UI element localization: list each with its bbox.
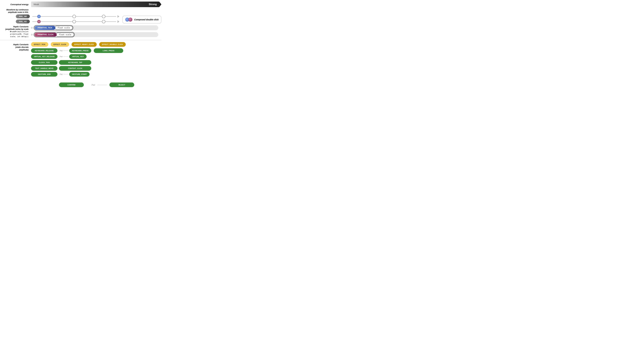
text-handle-move-button[interactable]: TEXT_HANDLE_MOVE <box>31 66 58 71</box>
bottom-content: EFFECT_TICK EFFECT_CLICK EFFECT_HEAVY_CL… <box>31 42 162 87</box>
primitive-tick-scale: float scale <box>55 26 72 30</box>
waveform-label: Waveform by continuous amplitude scale i… <box>0 9 31 14</box>
hal-h0-start-dot: S <box>37 15 41 18</box>
hal-h1-label: HAL_H1 <box>16 20 30 24</box>
confirm-reject-row: CONFIRM Pair REJECT <box>31 83 162 87</box>
composed-legend: Composed double click <box>122 16 162 24</box>
confirm-pair-label: Pair <box>91 84 95 86</box>
legend-dot-pink <box>128 18 132 22</box>
virtual-key-button[interactable]: VIRTUAL_KEY <box>69 54 86 59</box>
col3: LONG_PRESS <box>94 48 123 81</box>
composed-legend-text: Composed double click <box>134 18 158 21</box>
energy-row: Conceptual energy Weak Strong <box>0 2 162 7</box>
hal-h0-end-dot <box>102 15 105 18</box>
energy-label: Conceptual energy <box>0 3 31 6</box>
energy-strong: Strong <box>149 3 157 6</box>
col4 <box>125 48 156 81</box>
constants-area: KEYBOARD_RELEASE VIRTUAL_KEY_RELEASE CLO… <box>31 48 162 81</box>
effect-double-click-button[interactable]: EFFECT_DOUBLE_CLICK <box>99 42 126 47</box>
keyboard-press-pair-label: Pair <box>59 50 63 52</box>
energy-bar: Weak Strong <box>31 2 159 7</box>
main-container: Conceptual energy Weak Strong Waveform b… <box>0 0 162 89</box>
pair-line-2 <box>64 57 68 57</box>
hal-h0-mid-dot <box>72 15 76 18</box>
primitive-click-scale: float scale <box>56 33 74 37</box>
hal-h1-row: HAL_H1 S <box>0 20 119 24</box>
gesture-start-button[interactable]: GESTURE_START <box>69 72 90 77</box>
virtual-key-pair-row: Pair VIRTUAL_KEY <box>59 54 91 59</box>
confirm-pair-line <box>98 85 107 85</box>
energy-weak: Weak <box>34 3 39 6</box>
divider <box>0 40 162 40</box>
gesture-start-pair-label: Pair <box>59 73 63 75</box>
primitive-tick-track: PRIMITIVE_TICK float scale <box>33 25 158 30</box>
virtual-key-pair-label: Pair <box>59 56 63 58</box>
primitive-tick-row: PRIMITIVE_TICK float scale <box>31 25 158 30</box>
col1: KEYBOARD_RELEASE VIRTUAL_KEY_RELEASE CLO… <box>31 48 58 81</box>
hal-h0-label: HAL_H0 <box>16 15 30 18</box>
effect-tick-button[interactable]: EFFECT_TICK <box>31 42 48 47</box>
haptic-constants-label: Haptic Constants(static discreteamplitud… <box>0 42 31 51</box>
primitive-click-track: PRIMITIVE_CLICK float scale <box>33 32 158 37</box>
haptic-primitives-section: Haptic Constants(amplitude varies by sca… <box>0 25 162 38</box>
pair-line-1 <box>64 51 68 51</box>
context-click-button[interactable]: CONTEXT_CLICK <box>59 66 91 71</box>
clock-tick-button[interactable]: CLOCK_TICK <box>31 60 58 65</box>
haptic-constants-section: Haptic Constants(static discreteamplitud… <box>0 42 162 87</box>
reject-button[interactable]: REJECT <box>110 83 134 87</box>
primitive-click-circle <box>31 34 32 36</box>
col2: Pair KEYBOARD_PRESS Pair VIRTUAL_KEY KEY… <box>59 48 91 81</box>
effect-row: EFFECT_TICK EFFECT_CLICK EFFECT_HEAVY_CL… <box>31 42 162 47</box>
keyboard-press-pair-row: Pair KEYBOARD_PRESS <box>59 48 91 53</box>
hal-h1-end-dot <box>102 20 105 23</box>
gesture-end-button[interactable]: GESTURE_END <box>31 72 58 77</box>
virtual-key-release-button[interactable]: VIRTUAL_KEY_RELEASE <box>31 54 58 59</box>
keyboard-release-button[interactable]: KEYBOARD_RELEASE <box>31 48 58 53</box>
primitive-click-pill: PRIMITIVE_CLICK <box>34 33 57 37</box>
keyboard-press-button[interactable]: KEYBOARD_PRESS <box>69 48 91 53</box>
hal-h0-arrow <box>118 15 119 18</box>
hal-h1-track: S <box>32 21 116 22</box>
primitive-click-row: PRIMITIVE_CLICK float scale <box>31 32 158 37</box>
hal-h1-arrow <box>118 20 119 23</box>
keyboard-tap-button[interactable]: KEYBOARD_TAP <box>59 60 91 65</box>
haptic-primitives-label: Haptic Constants(amplitude varies by sca… <box>0 26 31 38</box>
legend-dots <box>125 18 132 22</box>
hal-h1-start-dot: S <box>37 20 41 23</box>
waveform-label-row: Waveform by continuous amplitude scale i… <box>0 9 162 14</box>
primitive-tick-pill: PRIMITIVE_TICK <box>34 26 56 30</box>
hal-h0-row: HAL_H0 S <box>0 15 119 18</box>
gesture-start-pair-row: Pair GESTURE_START <box>59 72 91 77</box>
confirm-button[interactable]: CONFIRM <box>59 83 84 87</box>
effect-heavy-click-button[interactable]: EFFECT_HEAVY_CLICK <box>72 42 97 47</box>
hal-h1-mid-dot <box>72 20 76 23</box>
effect-click-button[interactable]: EFFECT_CLICK <box>51 42 69 47</box>
primitive-tick-circle <box>31 27 32 29</box>
long-press-button[interactable]: LONG_PRESS <box>94 48 123 53</box>
hal-h0-track: S <box>32 16 116 17</box>
